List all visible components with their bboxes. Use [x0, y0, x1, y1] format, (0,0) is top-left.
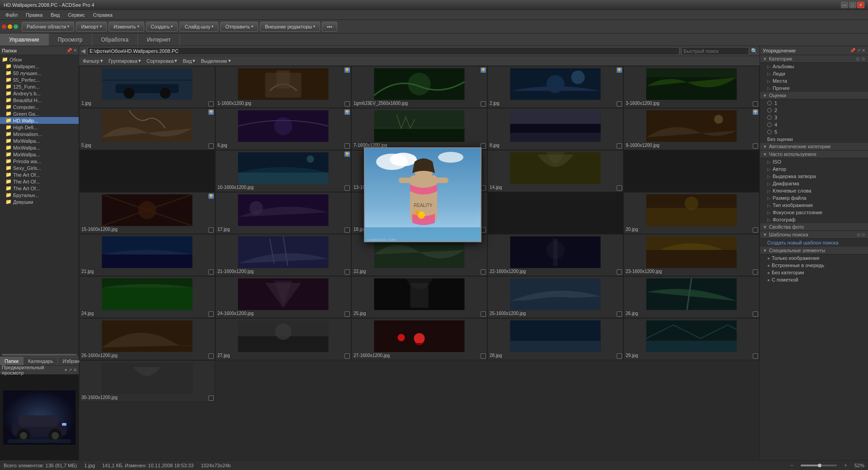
thumb-8[interactable]: 7-1600x1200.jpg: [351, 108, 487, 150]
thumb-19-preview[interactable]: [487, 192, 623, 234]
zoom-slider[interactable]: [801, 465, 837, 466]
folder-priroda[interactable]: 📁Priroda wa...: [0, 158, 79, 164]
thumb-22[interactable]: 21-1600x1200.jpg: [215, 234, 351, 276]
thumb-check-2[interactable]: [344, 101, 350, 107]
thumb-check-35[interactable]: [753, 353, 758, 359]
send-btn[interactable]: Отправить ▾: [220, 22, 258, 32]
photo-props-header[interactable]: ▼ Свойства фото: [760, 223, 868, 231]
thumb-34[interactable]: 28.jpg: [487, 318, 623, 360]
search-tmpl-header[interactable]: ▼ Шаблоны поиска ⊞ ⚙: [760, 231, 868, 239]
workspaces-btn[interactable]: Рабочие области ▾: [22, 22, 74, 32]
thumb-check-7[interactable]: [344, 143, 350, 149]
special-no-category[interactable]: ●Без категории: [760, 269, 868, 276]
special-marked[interactable]: ●С пометкой: [760, 276, 868, 283]
filter-btn[interactable]: Фильтр ▾: [83, 58, 103, 64]
thumb-check-29[interactable]: [617, 311, 622, 317]
thumb-26[interactable]: 24.jpg: [79, 276, 215, 318]
folder-mix3[interactable]: 📁MixWallpa...: [0, 151, 79, 158]
cat-people[interactable]: ▷ Люди: [760, 70, 868, 77]
special-in-queue[interactable]: ●Встроенные в очередь: [760, 262, 868, 269]
sort-btn[interactable]: Сортировка ▾: [146, 58, 177, 64]
thumb-24[interactable]: 22-1600x1200.jpg: [487, 234, 623, 276]
freq-author[interactable]: ▷Автор: [760, 165, 868, 173]
dot-red[interactable]: [2, 24, 6, 29]
folder-mix1[interactable]: 📁MixWallpa...: [0, 137, 79, 144]
folder-125[interactable]: 📁125_Funn...: [0, 83, 79, 90]
thumb-check-33[interactable]: [481, 353, 486, 359]
thumb-17[interactable]: 17.jpg: [215, 192, 351, 234]
thumb-check-34[interactable]: [617, 353, 622, 359]
zoom-icon-minus[interactable]: −: [790, 462, 793, 469]
thumb-check-17[interactable]: [344, 227, 350, 233]
folder-55[interactable]: 📁55_Perfec...: [0, 76, 79, 83]
thumb-33[interactable]: 27-1600x1200.jpg: [351, 318, 487, 360]
slideshow-btn[interactable]: Слайд-шоу ▾: [179, 22, 218, 32]
folder-devushki[interactable]: 📁Девушки: [0, 198, 79, 205]
folder-andrey[interactable]: 📁Andrey's b...: [0, 90, 79, 97]
search-icon[interactable]: 🔍: [751, 48, 758, 54]
rating-3-dot[interactable]: [767, 115, 772, 120]
folder-art1[interactable]: 📁The Art Of...: [0, 171, 79, 178]
freq-used-header[interactable]: ▼ Часто используемое: [760, 150, 868, 158]
rating-2-dot[interactable]: [767, 108, 772, 113]
folder-brutal[interactable]: 📁Брутальн...: [0, 192, 79, 198]
close-btn[interactable]: ✕: [857, 2, 864, 8]
thumb-35[interactable]: 29.jpg: [623, 318, 760, 360]
pin-icon[interactable]: 📌: [66, 48, 72, 53]
tab-folders[interactable]: Папки: [0, 357, 24, 365]
thumb-15-preview[interactable]: [623, 150, 760, 192]
thumb-check-21[interactable]: [208, 269, 214, 275]
folder-minimal[interactable]: 📁Minimalism...: [0, 131, 79, 137]
thumb-check-27[interactable]: [344, 311, 350, 317]
nav-back-icon[interactable]: ◀: [81, 47, 85, 54]
select-btn[interactable]: Выделение ▾: [201, 58, 231, 64]
categories-section-header[interactable]: ▼ Категории ⊞ ⚙: [760, 55, 868, 63]
create-search-template-link[interactable]: Создать новый шаблон поиска: [760, 239, 868, 247]
folder-beautiful[interactable]: 📁Beautiful H...: [0, 97, 79, 103]
thumb-16[interactable]: 🏆 15-1600x1200.jpg: [79, 192, 215, 234]
close-panel-icon[interactable]: ✕: [73, 48, 77, 53]
right-float-icon[interactable]: ↗: [857, 48, 860, 53]
search-input[interactable]: [681, 47, 749, 55]
thumb-check-26[interactable]: [208, 311, 214, 317]
thumb-check-30[interactable]: [753, 311, 758, 317]
thumb-6[interactable]: 🏆 5.jpg: [79, 108, 215, 150]
freq-filesize[interactable]: ▷Размер файла: [760, 194, 868, 202]
categories-add-icon[interactable]: ⊞: [856, 56, 859, 61]
menu-view[interactable]: Вид: [47, 11, 63, 19]
tab-internet[interactable]: Интернет: [138, 33, 180, 46]
thumb-5[interactable]: 3-1600x1200.jpg: [623, 66, 760, 108]
zoom-icon-plus[interactable]: +: [844, 462, 847, 469]
right-close-icon[interactable]: ✕: [862, 48, 865, 53]
thumb-check-5[interactable]: [753, 101, 758, 107]
thumb-21[interactable]: 21.jpg: [79, 234, 215, 276]
thumb-check-22[interactable]: [344, 269, 350, 275]
modify-btn[interactable]: Изменить ▾: [108, 22, 144, 32]
view-btn[interactable]: Вид ▾: [183, 58, 195, 64]
address-input[interactable]: [87, 47, 679, 55]
folder-oboii[interactable]: 📁 Обои: [0, 56, 79, 63]
menu-help[interactable]: Справка: [90, 11, 116, 19]
rating-4-dot[interactable]: [767, 122, 772, 127]
search-tmpl-add-icon[interactable]: ⊞: [857, 232, 860, 237]
cat-places[interactable]: ▷ Места: [760, 77, 868, 85]
thumb-check-23[interactable]: [481, 269, 486, 275]
special-elements-header[interactable]: ▼ Специальные элементы: [760, 247, 868, 254]
thumb-4[interactable]: 🏆 2.jpg: [487, 66, 623, 108]
thumb-check-14[interactable]: [617, 185, 622, 191]
categories-settings-icon[interactable]: ⚙: [861, 56, 865, 61]
ratings-section-header[interactable]: ▼ Оценки: [760, 92, 868, 99]
search-tmpl-gear-icon[interactable]: ⚙: [861, 232, 865, 237]
thumb-31[interactable]: 26-1600x1200.jpg: [79, 318, 215, 360]
menu-service[interactable]: Сервис: [64, 11, 89, 19]
group-btn[interactable]: Группировка ▾: [108, 58, 141, 64]
tab-preview[interactable]: Просмотр: [49, 33, 92, 46]
thumb-check-4[interactable]: [617, 101, 622, 107]
dot-yellow[interactable]: [8, 24, 12, 29]
tab-calendar[interactable]: Календарь: [24, 357, 58, 365]
thumb-check-20[interactable]: [753, 227, 758, 233]
menu-edit[interactable]: Правка: [22, 11, 46, 19]
folder-high[interactable]: 📁High Defi...: [0, 124, 79, 131]
thumb-1[interactable]: 1.jpg: [79, 66, 215, 108]
thumb-20[interactable]: 20.jpg: [623, 192, 760, 234]
